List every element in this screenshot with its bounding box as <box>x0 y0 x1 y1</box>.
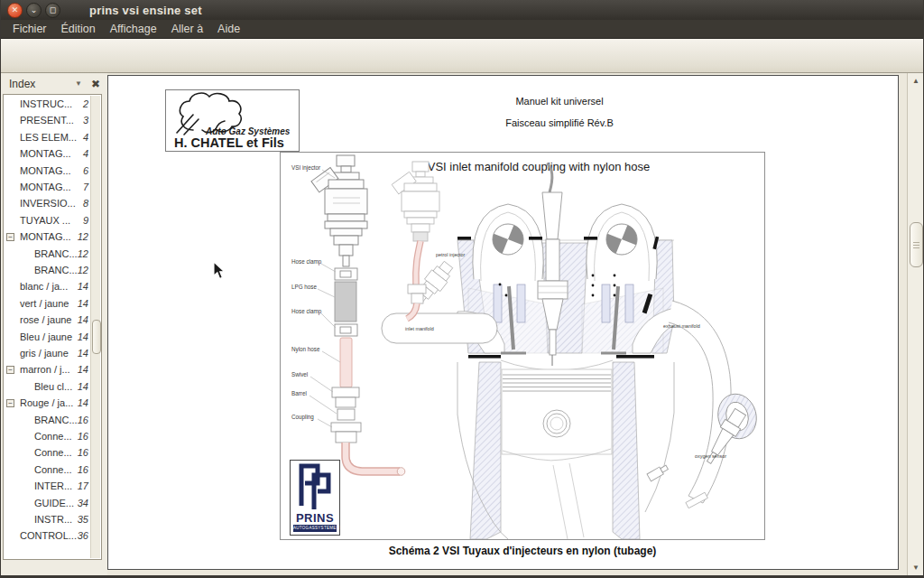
diagram-title: VSI inlet manifold coupling with nylon h… <box>428 160 650 173</box>
sidebar-item[interactable]: blanc / ja...14 <box>4 279 90 295</box>
sidebar-item[interactable]: INTER...17 <box>4 479 90 495</box>
nylon-hose-drawing <box>340 338 352 387</box>
manual-subtitle: Faisceau simplifié Rév.B <box>406 117 713 128</box>
sidebar-item-page: 16 <box>78 431 88 442</box>
sidebar-item-label: MONTAG... <box>20 148 71 159</box>
sidebar-item-label: MONTAG... <box>20 165 71 176</box>
annotation-label: oxygen sensor <box>695 453 726 459</box>
index-list: INSTRUC...2PRESENT...3LES ELEM...4MONTAG… <box>3 94 102 560</box>
sidebar-item[interactable]: INSTR...35 <box>4 512 90 528</box>
sidebar-item-page: 14 <box>78 348 88 359</box>
scroll-down-icon[interactable]: ▼ <box>908 564 924 572</box>
sidebar-collapse-icon[interactable]: ▼ <box>75 79 82 88</box>
sidebar-item[interactable]: BRANC...12 <box>4 263 90 279</box>
part-label: Hose clamp <box>291 308 322 315</box>
window-border <box>0 0 1 578</box>
sidebar-item-page: 4 <box>83 132 88 143</box>
sidebar-item[interactable]: −MONTAG...12 <box>4 229 90 246</box>
sidebar-item[interactable]: Conne...16 <box>4 445 90 461</box>
hose-clamp2-drawing <box>335 324 357 336</box>
sidebar-item-label: GUIDE... <box>34 498 74 508</box>
sidebar-item[interactable]: MONTAG...7 <box>4 180 90 196</box>
sidebar-item-page: 14 <box>78 364 88 375</box>
sidebar-item-page: 14 <box>78 281 88 292</box>
sidebar-item-page: 34 <box>78 498 88 508</box>
sidebar-item-label: rose / jaune <box>20 314 71 325</box>
sidebar-item[interactable]: Conne...16 <box>4 462 90 479</box>
maximize-icon[interactable]: ◻ <box>45 3 60 18</box>
vsi-injector1-drawing <box>311 155 367 266</box>
sidebar-item-page: 16 <box>78 415 88 425</box>
sidebar-item[interactable]: TUYAUX ...9 <box>4 213 90 229</box>
sidebar-item[interactable]: Conne...16 <box>4 429 90 445</box>
sidebar-item-label: INTER... <box>34 480 72 491</box>
sidebar-item-page: 9 <box>83 215 88 226</box>
sidebar: Index ▼ ✖ INSTRUC...2PRESENT...3LES ELEM… <box>0 73 107 575</box>
swivel-drawing <box>332 387 359 407</box>
scroll-up-icon[interactable]: ▲ <box>908 77 924 85</box>
menu-item[interactable]: Aller à <box>164 20 210 39</box>
menu-item[interactable]: Aide <box>210 20 247 39</box>
sidebar-item[interactable]: PRESENT...3 <box>4 113 90 129</box>
sidebar-item-page: 6 <box>83 165 88 176</box>
sidebar-item[interactable]: −Rouge / ja...14 <box>4 396 90 412</box>
sidebar-item[interactable]: vert / jaune14 <box>4 296 90 312</box>
sidebar-item[interactable]: LES ELEM...4 <box>4 130 90 146</box>
part-label: Hose clamp <box>291 258 322 266</box>
coupling-drawing <box>331 423 361 443</box>
titlebar[interactable]: ✕ ⌄ ◻ prins vsi ensine set <box>0 0 924 20</box>
expander-icon[interactable]: − <box>6 399 14 407</box>
minimize-icon[interactable]: ⌄ <box>26 3 42 18</box>
sidebar-item[interactable]: Bleu / jaune14 <box>4 330 90 346</box>
document-scrollbar[interactable]: ▲ ▼ <box>907 73 924 575</box>
sidebar-item[interactable]: rose / jaune14 <box>4 312 90 329</box>
menu-item[interactable]: Fichier <box>5 20 54 39</box>
sidebar-item[interactable]: MONTAG...4 <box>4 146 90 163</box>
sidebar-item-label: PRESENT... <box>20 115 74 126</box>
sidebar-item-label: vert / jaune <box>20 298 69 309</box>
menu-item[interactable]: Affichage <box>103 20 164 39</box>
part-label: LPG hose <box>291 284 318 290</box>
sidebar-item[interactable]: INSTRUC...2 <box>4 97 90 113</box>
prins-subtitle: AUTOGASSYSTEMEN <box>293 525 337 532</box>
sidebar-item-page: 36 <box>78 530 88 541</box>
sidebar-item[interactable]: GUIDE...34 <box>4 496 90 512</box>
sidebar-item-label: INSTRUC... <box>20 98 72 109</box>
sidebar-item[interactable]: INVERSIO...8 <box>4 196 90 212</box>
sidebar-item[interactable]: Bleu cl...14 <box>4 379 90 396</box>
sidebar-close-icon[interactable]: ✖ <box>91 78 100 90</box>
sidebar-item-label: INVERSIO... <box>20 198 76 209</box>
sidebar-item[interactable]: BRANC...16 <box>4 413 90 429</box>
sidebar-scrollbar-thumb[interactable] <box>92 320 101 354</box>
part-label: Barrel <box>291 390 307 396</box>
sidebar-item-page: 12 <box>78 231 88 242</box>
sidebar-item-page: 16 <box>78 464 88 475</box>
chatel-logo: Auto Gaz Systèmes H. CHATEL et Fils <box>165 89 300 152</box>
expander-icon[interactable]: − <box>6 366 14 374</box>
vsi-injector2-drawing <box>392 162 439 241</box>
sidebar-header: Index ▼ ✖ <box>0 73 107 94</box>
sidebar-item[interactable]: CONTROL...36 <box>4 528 90 545</box>
sidebar-item[interactable]: −marron / j...14 <box>4 362 90 378</box>
menu-item[interactable]: Édition <box>54 20 103 39</box>
annotation-label: exhaust manifold <box>663 323 700 329</box>
sidebar-item-label: blanc / ja... <box>20 281 68 292</box>
part-label: VSI injector <box>291 164 320 172</box>
sidebar-item-page: 14 <box>78 381 88 392</box>
sidebar-item-label: TUYAUX ... <box>20 215 70 226</box>
mouse-cursor-icon <box>213 261 226 280</box>
engine-diagram-drawing: VSI inlet manifold coupling with nylon h… <box>281 153 764 539</box>
close-icon[interactable]: ✕ <box>7 3 23 18</box>
sidebar-item[interactable]: BRANC...12 <box>4 247 90 263</box>
sidebar-item-label: MONTAG... <box>20 182 71 192</box>
close-glyph: ✕ <box>12 6 19 14</box>
logo-line2: H. CHATEL et Fils <box>174 135 284 150</box>
sidebar-item-label: Conne... <box>34 447 72 458</box>
toolbar: Précédente Suivante (11 sur 36) Ajuster … <box>0 39 924 73</box>
diagram: VSI inlet manifold coupling with nylon h… <box>280 152 765 540</box>
sidebar-item[interactable]: MONTAG...6 <box>4 163 90 180</box>
expander-icon[interactable]: − <box>6 233 14 241</box>
scrollbar-thumb[interactable] <box>910 222 923 267</box>
sidebar-item[interactable]: gris / jaune14 <box>4 346 90 362</box>
sidebar-scrollbar[interactable] <box>90 96 100 558</box>
